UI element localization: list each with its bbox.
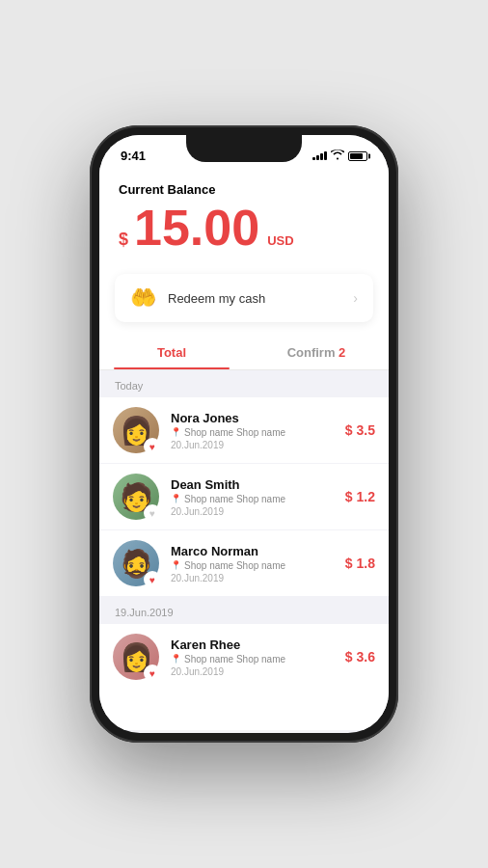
phone-frame: 9:41 Current Balance [90, 125, 398, 743]
item-info-dean: Dean Smith 📍 Shop name Shop name 20.Jun.… [171, 477, 334, 517]
redeem-left: 🤲 Redeem my cash [130, 285, 265, 311]
balance-label: Current Balance [119, 182, 369, 197]
avatar-wrapper-karen: 👩 ♥ [113, 634, 159, 680]
heart-icon-red: ♥ [149, 442, 155, 452]
item-shop-marco: 📍 Shop name Shop name [171, 560, 334, 571]
heart-badge-dean: ♥ [144, 504, 161, 522]
avatar-wrapper-dean: 🧑 ♥ [113, 474, 159, 520]
tab-total-label: Total [157, 345, 186, 360]
main-content: Current Balance $ 15.00 USD 🤲 Redeem my … [99, 167, 389, 730]
balance-section: Current Balance $ 15.00 USD [99, 167, 389, 264]
section-header-19jun: 19.Jun.2019 [99, 597, 389, 624]
location-pin-icon: 📍 [171, 560, 181, 570]
heart-badge-marco: ♥ [144, 571, 161, 588]
list-item[interactable]: 🧑 ♥ Dean Smith 📍 Shop name Shop name 20.… [99, 464, 389, 529]
item-date-nora: 20.Jun.2019 [171, 440, 334, 450]
amount-number: 15.00 [134, 203, 259, 253]
item-amount-nora: $ 3.5 [345, 422, 375, 438]
location-pin-icon: 📍 [171, 427, 181, 437]
item-info-karen: Karen Rhee 📍 Shop name Shop name 20.Jun.… [171, 637, 334, 677]
heart-icon-red: ♥ [149, 668, 155, 679]
currency-label: USD [267, 233, 293, 248]
status-time: 9:41 [121, 149, 146, 163]
section-header-today: Today [99, 370, 389, 397]
item-shop-nora: 📍 Shop name Shop name [171, 427, 334, 438]
list-item[interactable]: 🧔 ♥ Marco Norman 📍 Shop name Shop name 2… [99, 530, 389, 596]
tab-confirm[interactable]: Confirm 2 [244, 336, 389, 369]
tabs-container: Total Confirm 2 [99, 336, 389, 370]
item-shop-karen: 📍 Shop name Shop name [171, 654, 334, 665]
item-info-nora: Nora Jones 📍 Shop name Shop name 20.Jun.… [171, 411, 334, 450]
tab-confirm-label: Confirm [287, 345, 336, 360]
avatar-wrapper-marco: 🧔 ♥ [113, 540, 159, 586]
dollar-sign: $ [119, 230, 128, 250]
heart-badge-karen: ♥ [144, 665, 161, 682]
location-pin-icon: 📍 [171, 654, 181, 664]
redeem-text: Redeem my cash [168, 291, 265, 306]
item-date-dean: 20.Jun.2019 [171, 506, 334, 517]
redeem-arrow: › [353, 290, 358, 306]
list-item[interactable]: 👩 ♥ Nora Jones 📍 Shop name Shop name 20.… [99, 397, 389, 463]
item-name-marco: Marco Norman [171, 544, 334, 558]
transaction-list: Today 👩 ♥ Nora Jones 📍 [99, 370, 389, 690]
heart-badge-nora: ♥ [144, 438, 161, 455]
heart-icon-red: ♥ [149, 575, 155, 585]
phone-screen: 9:41 Current Balance [99, 135, 389, 733]
tab-total[interactable]: Total [99, 336, 244, 369]
battery-icon [348, 151, 367, 161]
redeem-icon: 🤲 [130, 285, 156, 311]
item-amount-dean: $ 1.2 [345, 489, 375, 504]
tab-confirm-badge: 2 [339, 345, 345, 360]
notch [186, 135, 302, 162]
heart-icon-gray: ♥ [149, 508, 155, 519]
balance-amount: $ 15.00 USD [119, 203, 369, 253]
location-pin-icon: 📍 [171, 494, 181, 503]
item-name-karen: Karen Rhee [171, 637, 334, 652]
avatar-wrapper-nora: 👩 ♥ [113, 407, 159, 453]
item-date-marco: 20.Jun.2019 [171, 573, 334, 583]
item-name-nora: Nora Jones [171, 411, 334, 425]
signal-icon [312, 151, 327, 160]
status-icons [312, 149, 367, 162]
item-amount-karen: $ 3.6 [345, 649, 375, 665]
item-name-dean: Dean Smith [171, 477, 334, 492]
wifi-icon [331, 149, 344, 162]
item-info-marco: Marco Norman 📍 Shop name Shop name 20.Ju… [171, 544, 334, 583]
item-amount-marco: $ 1.8 [345, 556, 375, 571]
list-item[interactable]: 👩 ♥ Karen Rhee 📍 Shop name Shop name 20.… [99, 624, 389, 690]
item-date-karen: 20.Jun.2019 [171, 666, 334, 677]
redeem-card[interactable]: 🤲 Redeem my cash › [115, 274, 373, 322]
item-shop-dean: 📍 Shop name Shop name [171, 494, 334, 504]
